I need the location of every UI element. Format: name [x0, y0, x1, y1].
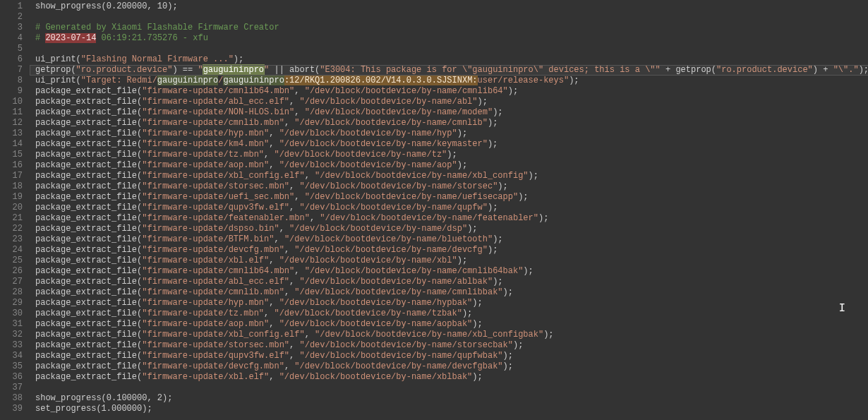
- code-line[interactable]: [35, 12, 868, 23]
- code-token: ,: [269, 256, 279, 265]
- code-line[interactable]: package_extract_file("firmware-update/xb…: [35, 372, 868, 383]
- code-token: user/release-keys": [478, 76, 569, 85]
- code-token: );: [472, 319, 482, 329]
- code-token: "firmware-update/featenabler.mbn": [142, 213, 310, 223]
- code-token: "firmware-update/xbl.elf": [142, 372, 269, 382]
- line-number: 23: [0, 234, 23, 245]
- code-line[interactable]: package_extract_file("firmware-update/qu…: [35, 351, 868, 361]
- code-token: );: [493, 234, 502, 244]
- code-token: package_extract_file(: [35, 128, 142, 138]
- code-token: "firmware-update/xbl.elf": [142, 256, 269, 265]
- code-token: gauguininpro: [203, 65, 264, 75]
- code-line[interactable]: package_extract_file("firmware-update/ds…: [35, 224, 868, 234]
- line-number: 29: [0, 298, 23, 308]
- code-line[interactable]: package_extract_file("firmware-update/ao…: [35, 160, 868, 171]
- code-line[interactable]: show_progress(0.100000, 2);: [35, 393, 868, 404]
- code-line[interactable]: show_progress(0.200000, 10);: [35, 1, 868, 12]
- code-line[interactable]: package_extract_file("firmware-update/ue…: [35, 192, 868, 203]
- line-number: 26: [0, 266, 23, 277]
- line-number: 36: [0, 372, 23, 383]
- code-token: "firmware-update/xbl_config.elf": [142, 330, 304, 340]
- code-line[interactable]: package_extract_file("firmware-update/cm…: [35, 86, 868, 97]
- code-token: set_progress(1.000000);: [35, 404, 152, 414]
- code-line[interactable]: package_extract_file("firmware-update/de…: [35, 245, 868, 256]
- code-token: "firmware-update/km4.mbn": [142, 139, 269, 149]
- code-token: );: [518, 192, 528, 202]
- code-token: );: [503, 287, 513, 297]
- code-line[interactable]: [35, 383, 868, 393]
- code-line[interactable]: ui_print("Target: Redmi/gauguininpro/gau…: [35, 76, 868, 86]
- code-line[interactable]: getprop("ro.product.device") == "gauguin…: [35, 65, 868, 76]
- code-token: ,: [284, 245, 294, 255]
- code-token: ,: [269, 160, 279, 170]
- code-token: "/dev/block/bootdevice/by-name/qupfw": [299, 203, 487, 212]
- code-token: "firmware-update/cmnlib64.mbn": [142, 86, 294, 96]
- code-token: );: [569, 76, 579, 85]
- code-line[interactable]: package_extract_file("firmware-update/hy…: [35, 128, 868, 139]
- line-number: 21: [0, 213, 23, 224]
- code-line[interactable]: package_extract_file("firmware-update/NO…: [35, 107, 868, 118]
- code-line[interactable]: package_extract_file("firmware-update/cm…: [35, 266, 868, 277]
- code-line[interactable]: package_extract_file("firmware-update/de…: [35, 361, 868, 372]
- code-token: "/dev/block/bootdevice/by-name/cmnlibbak…: [294, 287, 502, 297]
- code-line[interactable]: package_extract_file("firmware-update/cm…: [35, 287, 868, 298]
- code-token: );: [447, 150, 457, 160]
- code-line[interactable]: [35, 44, 868, 54]
- code-line[interactable]: # Generated by Xiaomi Flashable Firmware…: [35, 23, 868, 33]
- code-token: "firmware-update/tz.mbn": [142, 150, 264, 160]
- code-token: "firmware-update/uefi_sec.mbn": [142, 192, 294, 202]
- code-token: ": [198, 65, 203, 75]
- code-token: "/dev/block/bootdevice/by-name/abl": [299, 97, 477, 107]
- code-token: package_extract_file(: [35, 181, 142, 191]
- code-line[interactable]: package_extract_file("firmware-update/xb…: [35, 256, 868, 266]
- code-token: show_progress(0.100000, 2);: [35, 393, 172, 403]
- line-number: 19: [0, 192, 23, 203]
- code-line[interactable]: package_extract_file("firmware-update/cm…: [35, 118, 868, 128]
- code-token: "/dev/block/bootdevice/by-name/devcfg": [294, 245, 488, 255]
- code-token: package_extract_file(: [35, 150, 142, 160]
- code-token: );: [543, 330, 553, 340]
- code-line[interactable]: package_extract_file("firmware-update/tz…: [35, 308, 868, 319]
- code-token: );: [467, 224, 477, 234]
- code-line[interactable]: package_extract_file("firmware-update/hy…: [35, 298, 868, 308]
- code-token: ,: [264, 150, 274, 160]
- code-line[interactable]: set_progress(1.000000);: [35, 404, 868, 414]
- code-token: "firmware-update/hyp.mbn": [142, 128, 269, 138]
- code-line[interactable]: package_extract_file("firmware-update/tz…: [35, 150, 868, 160]
- code-line[interactable]: package_extract_file("firmware-update/qu…: [35, 203, 868, 213]
- line-number: 14: [0, 139, 23, 150]
- code-token: package_extract_file(: [35, 351, 142, 361]
- code-line[interactable]: package_extract_file("firmware-update/ao…: [35, 319, 868, 330]
- code-token: );: [503, 351, 513, 361]
- code-token: "firmware-update/devcfg.mbn": [142, 245, 284, 255]
- code-line[interactable]: # 2023-07-14 06:19:21.735276 - xfu: [35, 33, 868, 44]
- code-token: ,: [294, 192, 304, 202]
- code-token: );: [508, 86, 518, 96]
- code-line[interactable]: package_extract_file("firmware-update/BT…: [35, 234, 868, 245]
- code-token: package_extract_file(: [35, 308, 142, 318]
- code-editor[interactable]: 1234567891011121314151617181920212223242…: [0, 0, 868, 420]
- code-token: "/dev/block/bootdevice/by-name/dsp": [289, 224, 467, 234]
- code-line[interactable]: package_extract_file("firmware-update/fe…: [35, 213, 868, 224]
- code-line[interactable]: package_extract_file("firmware-update/km…: [35, 139, 868, 150]
- code-line[interactable]: package_extract_file("firmware-update/ab…: [35, 277, 868, 287]
- code-line[interactable]: package_extract_file("firmware-update/xb…: [35, 330, 868, 340]
- line-number: 3: [0, 23, 23, 33]
- code-token: "/dev/block/bootdevice/by-name/tz": [274, 150, 447, 160]
- code-token: );: [457, 256, 467, 265]
- code-line[interactable]: package_extract_file("firmware-update/st…: [35, 181, 868, 192]
- code-line[interactable]: ui_print("Flashing Normal Firmware ...")…: [35, 54, 868, 65]
- code-token: ,: [294, 266, 304, 276]
- code-line[interactable]: package_extract_file("firmware-update/xb…: [35, 171, 868, 181]
- code-token: :12/RKQ1.200826.002/V14.0.3.0.SJSINXM:: [284, 76, 478, 85]
- code-area[interactable]: show_progress(0.200000, 10);# Generated …: [30, 0, 868, 420]
- code-line[interactable]: package_extract_file("firmware-update/ab…: [35, 97, 868, 107]
- code-token: "/dev/block/bootdevice/by-name/cmnlib64": [305, 86, 508, 96]
- line-number: 32: [0, 330, 23, 340]
- line-number: 39: [0, 404, 23, 414]
- code-token: package_extract_file(: [35, 319, 142, 329]
- code-token: );: [493, 277, 502, 287]
- code-token: );: [498, 181, 507, 191]
- code-token: "/dev/block/bootdevice/by-name/keymaster…: [279, 139, 488, 149]
- code-line[interactable]: package_extract_file("firmware-update/st…: [35, 340, 868, 351]
